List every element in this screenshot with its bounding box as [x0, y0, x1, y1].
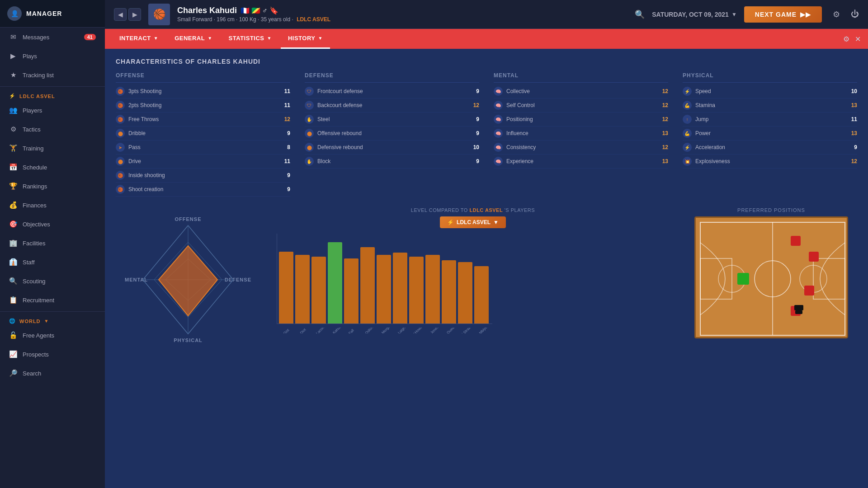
stat-icon: 🏀	[116, 101, 125, 110]
sidebar-item-scouting[interactable]: 🔍 Scouting	[0, 272, 105, 291]
divider-1	[0, 86, 105, 87]
sidebar-item-finances[interactable]: 💰 Finances	[0, 196, 105, 215]
sidebar-item-facilities[interactable]: 🏢 Facilities	[0, 234, 105, 253]
team-selector-button[interactable]: ⚡ LDLC ASVEL ▼	[440, 216, 506, 228]
nav-tabs: INTERACT ▼ GENERAL ▼ STATISTICS ▼ HISTOR…	[105, 29, 868, 49]
player-details: Small Forward · 196 cm · 100 Kg · 35 yea…	[177, 16, 330, 23]
power-icon[interactable]: ⏻	[851, 9, 859, 19]
char-value: 13	[850, 130, 857, 136]
sidebar-item-staff[interactable]: 👔 Staff	[0, 253, 105, 272]
bar-label: A.Diot	[297, 328, 310, 333]
court-container: PREFERRED POSITIONS	[685, 207, 857, 352]
tab-settings-icon[interactable]: ⚙	[843, 35, 849, 43]
sidebar-item-tracking[interactable]: ★ Tracking list	[0, 66, 105, 84]
tab-statistics-label: STATISTICS	[229, 35, 264, 42]
next-game-button[interactable]: NEXT GAME ▶▶	[744, 6, 822, 23]
stat-icon: ⚡	[683, 87, 692, 96]
player-info: Charles Kahudi 🇫🇷 🇨🇬 ♂ 🔖 Small Forward ·…	[177, 6, 330, 23]
tab-bar-icons: ⚙ ✕	[843, 35, 861, 43]
physical-column: PHYSICAL ⚡ Speed 10 💪 Stamina 13 ↑ Jump …	[683, 72, 857, 197]
sidebar-item-tactics[interactable]: ⚙ Tactics	[0, 120, 105, 139]
char-row: 💥 Explosiveness 12	[683, 155, 857, 169]
char-name: Inside shooting	[128, 172, 279, 178]
player-team-link[interactable]: LDLC ASVEL	[297, 16, 330, 23]
bar-item	[393, 253, 407, 324]
char-value: 10	[472, 144, 479, 150]
sidebar-section-team[interactable]: ⚡ LDLC ASVEL	[0, 89, 105, 101]
characteristics-grid: OFFENSE 🏀 3pts Shooting 11 🏀 2pts Shooti…	[116, 72, 857, 197]
tab-statistics[interactable]: STATISTICS ▼	[222, 29, 279, 49]
bar-item	[328, 242, 342, 324]
tab-history-arrow: ▼	[318, 36, 322, 41]
sidebar-item-label: Staff	[23, 259, 35, 266]
char-name: Free Throws	[128, 116, 279, 122]
team-icon: ⚡	[9, 93, 16, 99]
char-value: 9	[283, 186, 290, 192]
gender-icon: ♂	[262, 7, 268, 15]
char-value: 10	[850, 88, 857, 94]
team-selector: ⚡ LDLC ASVEL ▼	[275, 216, 671, 228]
sidebar-item-recruitment[interactable]: 📋 Recruitment	[0, 291, 105, 310]
char-value: 11	[283, 88, 290, 94]
objectives-icon: 🎯	[9, 220, 17, 228]
tab-interact-label: INTERACT	[119, 35, 151, 42]
chart-team-highlight[interactable]: LDLC ASVEL	[469, 207, 503, 213]
char-value: 12	[661, 88, 668, 94]
finances-icon: 💰	[9, 201, 17, 209]
sidebar-item-label: Finances	[23, 202, 47, 209]
char-name: Dribble	[128, 130, 279, 136]
star-icon: ★	[9, 71, 17, 79]
sidebar-item-messages[interactable]: ✉ Messages 41	[0, 28, 105, 47]
stat-icon: 🏀	[116, 87, 125, 96]
sidebar-item-label: Schedule	[23, 164, 47, 171]
sidebar-item-free-agents[interactable]: 🔓 Free Agents	[0, 326, 105, 345]
player-flags: 🇫🇷 🇨🇬 ♂ 🔖	[241, 6, 278, 15]
main-area: ◀ ▶ 🏀 Charles Kahudi 🇫🇷 🇨🇬 ♂ 🔖 Small For…	[105, 0, 868, 488]
bar-item	[311, 257, 326, 324]
tab-history[interactable]: HISTORY ▼	[281, 29, 330, 49]
char-value: 12	[850, 158, 857, 164]
sidebar-item-plays[interactable]: ▶ Plays	[0, 47, 105, 66]
tab-general[interactable]: GENERAL ▼	[167, 29, 219, 49]
tab-interact[interactable]: INTERACT ▼	[112, 29, 165, 49]
char-name: Acceleration	[695, 144, 846, 150]
sidebar-item-schedule[interactable]: 📅 Schedule	[0, 158, 105, 177]
bar-item	[425, 255, 440, 324]
sidebar-section-world[interactable]: 🌐 WORLD ▼	[0, 314, 105, 326]
stat-icon: 🏀	[116, 185, 125, 194]
tactics-icon: ⚙	[9, 125, 17, 133]
bar-label: D.Ouedraogo	[443, 328, 457, 333]
world-icon: 🌐	[9, 318, 16, 324]
sidebar-item-label: Facilities	[23, 240, 46, 247]
bar-labels: J.GistA.DiotP.LacombeC.KahudiY.FallB.Odi…	[277, 328, 492, 333]
training-icon: 🏋	[9, 144, 17, 152]
search-icon-top[interactable]: 🔍	[635, 9, 645, 19]
char-name: Positioning	[506, 116, 657, 122]
mental-column: MENTAL 🧠 Collective 12 🧠 Self Control 12…	[494, 72, 668, 197]
date-display: SATURDAY, OCT 09, 2021 ▼	[652, 11, 737, 18]
sidebar-item-players[interactable]: 👥 Players	[0, 101, 105, 120]
stat-icon: ⬤	[305, 129, 314, 138]
nav-back-button[interactable]: ◀	[114, 8, 127, 21]
char-name: 2pts Shooting	[128, 102, 279, 108]
free-agents-icon: 🔓	[9, 331, 17, 339]
char-row: ⚡ Acceleration 9	[683, 141, 857, 155]
sidebar-item-rankings[interactable]: 🏆 Rankings	[0, 177, 105, 196]
bar-item	[344, 258, 359, 324]
stat-icon: 🛡	[305, 87, 314, 96]
sidebar-item-prospects[interactable]: 📈 Prospects	[0, 345, 105, 364]
search-sidebar-icon: 🔎	[9, 369, 17, 377]
sidebar-item-label: Search	[23, 370, 41, 377]
sidebar-item-objectives[interactable]: 🎯 Objectives	[0, 215, 105, 234]
tab-general-label: GENERAL	[175, 35, 205, 42]
sidebar-item-label: Tracking list	[23, 72, 54, 79]
tab-close-icon[interactable]: ✕	[855, 35, 861, 43]
sidebar-item-search[interactable]: 🔎 Search	[0, 364, 105, 383]
defense-header: DEFENSE	[305, 72, 479, 83]
char-value: 9	[283, 130, 290, 136]
settings-icon[interactable]: ⚙	[833, 9, 840, 19]
nav-forward-button[interactable]: ▶	[128, 8, 141, 21]
stat-icon: 🏀	[116, 171, 125, 180]
sidebar-item-training[interactable]: 🏋 Training	[0, 139, 105, 158]
date-dropdown[interactable]: ▼	[731, 11, 737, 18]
